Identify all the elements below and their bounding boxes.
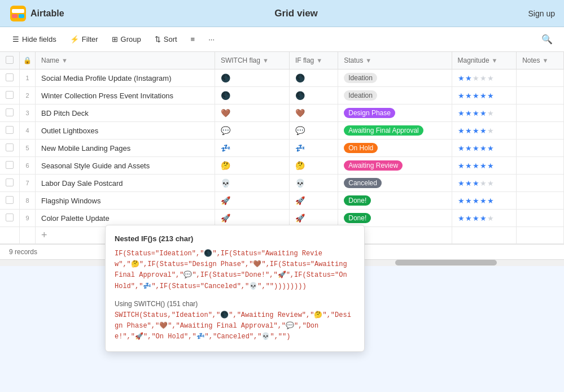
if-flag-cell: 💬 (289, 122, 338, 140)
table-row: 4Outlet Lightboxes💬💬Awaiting Final Appro… (0, 122, 564, 140)
logo: Airtable (9, 5, 64, 23)
status-cell: Design Phase (338, 104, 452, 122)
row-name-cell: New Mobile Landing Pages (36, 140, 215, 157)
notes-cell[interactable] (517, 175, 564, 192)
record-count: 9 records (9, 248, 37, 256)
if-emoji: 💤 (295, 143, 305, 153)
svg-rect-1 (12, 9, 24, 13)
row-checkbox[interactable] (6, 91, 14, 99)
row-name-cell: Labor Day Sale Postcard (36, 175, 215, 192)
notes-cell[interactable] (517, 87, 564, 104)
group-button[interactable]: ⊞ Group (106, 32, 147, 46)
table-row: 8Flagship Windows🚀🚀Done!★★★★★ (0, 192, 564, 210)
row-checkbox-cell[interactable] (0, 87, 20, 104)
row-checkbox-cell[interactable] (0, 140, 20, 157)
if-emoji: 🤔 (295, 161, 305, 170)
lock-col-header: 🔒 (20, 52, 36, 69)
expand-icon-mag: ▼ (492, 57, 498, 64)
row-checkbox-cell[interactable] (0, 104, 20, 122)
status-cell: On Hold (338, 140, 452, 157)
row-checkbox[interactable] (6, 126, 14, 134)
status-badge: Done! (344, 195, 371, 206)
row-checkbox[interactable] (6, 214, 14, 221)
row-checkbox[interactable] (6, 143, 14, 151)
switch-flag-col-header[interactable]: SWITCH flag ▼ (215, 52, 289, 69)
if-flag-cell: 💀 (289, 175, 338, 192)
switch-flag-cell: 🌑 (215, 87, 289, 104)
magnitude-cell: ★★★★★ (452, 157, 517, 175)
row-checkbox[interactable] (6, 108, 14, 116)
more-button[interactable]: ··· (203, 32, 220, 46)
switch-emoji: 🚀 (221, 214, 230, 223)
sort-button[interactable]: ⇅ Sort (149, 32, 183, 46)
row-checkbox-cell[interactable] (0, 210, 20, 227)
switch-flag-cell: 💤 (215, 140, 289, 157)
list-view-button[interactable]: ≡ (185, 32, 201, 46)
svg-rect-2 (12, 14, 18, 18)
notes-cell[interactable] (517, 157, 564, 175)
notes-col-header[interactable]: Notes ▼ (517, 52, 564, 69)
status-badge: Canceled (344, 178, 382, 188)
status-col-header[interactable]: Status ▼ (338, 52, 452, 69)
row-number-cell: 4 (20, 122, 36, 140)
row-number-cell: 5 (20, 140, 36, 157)
row-checkbox-cell[interactable] (0, 175, 20, 192)
hide-fields-button[interactable]: ☰ Hide fields (7, 32, 62, 46)
scrollbar-thumb[interactable] (395, 260, 497, 265)
if-emoji: 💬 (295, 126, 305, 135)
status-cell: Ideation (338, 69, 452, 87)
notes-cell[interactable] (517, 192, 564, 210)
tooltip-popup: Nested IF()s (213 char) IF(Status="Ideat… (105, 225, 365, 266)
row-checkbox[interactable] (6, 196, 14, 204)
notes-cell[interactable] (517, 140, 564, 157)
if-emoji: 🌑 (295, 91, 305, 100)
status-col-label: Status (344, 56, 363, 64)
row-checkbox-cell[interactable] (0, 157, 20, 175)
switch-flag-cell: 🚀 (215, 210, 289, 227)
row-number-cell: 2 (20, 87, 36, 104)
signup-button[interactable]: Sign up (528, 9, 555, 18)
magnitude-cell: ★★★★★ (452, 140, 517, 157)
select-all-checkbox[interactable] (6, 56, 14, 64)
lock-icon: 🔒 (23, 56, 32, 64)
notes-col-label: Notes (522, 56, 540, 64)
status-badge: Awaiting Review (344, 160, 403, 171)
filter-button[interactable]: ⚡ Filter (64, 32, 104, 46)
stars: ★★★★★ (458, 74, 495, 82)
switch-flag-cell: 🚀 (215, 192, 289, 210)
expand-icon-switch: ▼ (263, 57, 269, 64)
sort-icon: ⇅ (155, 35, 161, 43)
if-flag-col-label: IF flag (295, 56, 314, 64)
notes-cell[interactable] (517, 210, 564, 227)
row-checkbox-cell[interactable] (0, 69, 20, 87)
switch-flag-cell: 🤔 (215, 157, 289, 175)
status-cell: Ideation (338, 87, 452, 104)
row-checkbox[interactable] (6, 161, 14, 169)
checkbox-col-header[interactable] (0, 52, 20, 69)
row-name-cell: Winter Collection Press Event Invitation… (36, 87, 215, 104)
notes-cell[interactable] (517, 122, 564, 140)
name-col-header[interactable]: Name ▼ (36, 52, 215, 69)
magnitude-col-header[interactable]: Magnitude ▼ (452, 52, 517, 69)
table-row: 7Labor Day Sale Postcard💀💀Canceled★★★★★ (0, 175, 564, 192)
if-flag-cell: 🌑 (289, 87, 338, 104)
notes-cell[interactable] (517, 69, 564, 87)
if-emoji: 🚀 (295, 214, 305, 223)
row-checkbox[interactable] (6, 178, 14, 186)
row-number-cell: 1 (20, 69, 36, 87)
search-button[interactable]: 🔍 (537, 31, 557, 47)
switch-emoji: 💬 (221, 126, 230, 135)
switch-emoji: 🌑 (221, 91, 230, 100)
magnitude-cell: ★★★★★ (452, 210, 517, 227)
row-checkbox[interactable] (6, 73, 14, 81)
notes-cell[interactable] (517, 104, 564, 122)
data-table: 🔒 Name ▼ SWITCH flag ▼ IF flag (0, 52, 564, 244)
row-number-cell: 9 (20, 210, 36, 227)
row-checkbox-cell[interactable] (0, 122, 20, 140)
if-flag-cell: 🌑 (289, 69, 338, 87)
if-flag-col-header[interactable]: IF flag ▼ (289, 52, 338, 69)
magnitude-cell: ★★★★★ (452, 192, 517, 210)
if-emoji: 🤎 (295, 108, 305, 117)
tooltip-title: Nested IF()s (213 char) (115, 234, 355, 243)
row-checkbox-cell[interactable] (0, 192, 20, 210)
